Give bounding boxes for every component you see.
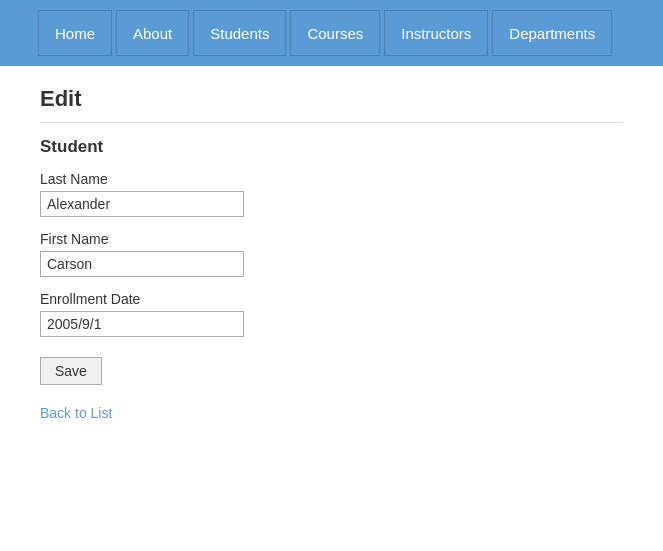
main-content: Edit Student Last Name First Name Enroll… [0, 66, 663, 441]
first-name-label: First Name [40, 231, 623, 247]
enrollment-date-input[interactable] [40, 311, 244, 337]
save-button-container: Save [40, 351, 623, 385]
page-title: Edit [40, 86, 623, 112]
navigation: Home About Students Courses Instructors … [0, 0, 663, 66]
back-link-container: Back to List [40, 385, 623, 421]
nav-instructors[interactable]: Instructors [384, 10, 488, 56]
nav-home[interactable]: Home [38, 10, 112, 56]
nav-about[interactable]: About [116, 10, 189, 56]
save-button[interactable]: Save [40, 357, 102, 385]
back-to-list-link[interactable]: Back to List [40, 405, 112, 421]
divider [40, 122, 623, 123]
enrollment-date-label: Enrollment Date [40, 291, 623, 307]
nav-courses[interactable]: Courses [290, 10, 380, 56]
nav-departments[interactable]: Departments [492, 10, 612, 56]
enrollment-date-group: Enrollment Date [40, 291, 623, 337]
last-name-group: Last Name [40, 171, 623, 217]
first-name-group: First Name [40, 231, 623, 277]
last-name-label: Last Name [40, 171, 623, 187]
section-title: Student [40, 137, 623, 157]
nav-students[interactable]: Students [193, 10, 286, 56]
first-name-input[interactable] [40, 251, 244, 277]
last-name-input[interactable] [40, 191, 244, 217]
